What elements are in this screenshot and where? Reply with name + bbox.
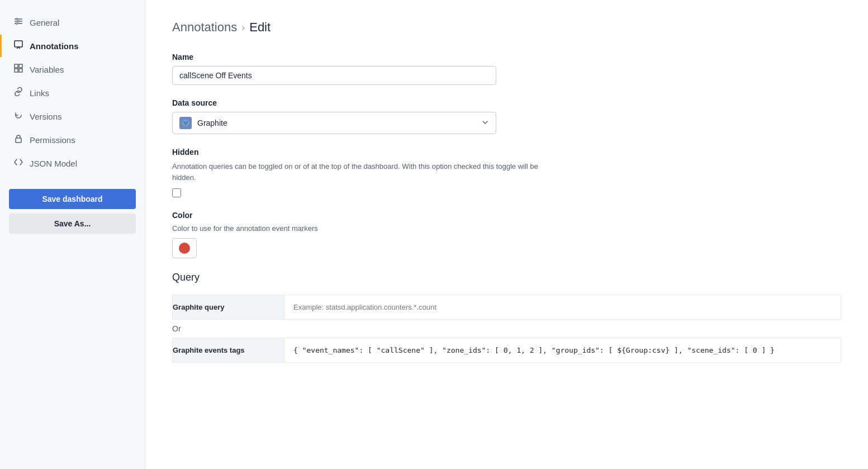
sidebar-item-json-model[interactable]: JSON Model: [0, 152, 145, 174]
sidebar-item-versions[interactable]: Versions: [0, 105, 145, 127]
graphite-query-label: Graphite query: [173, 295, 284, 320]
sidebar-item-label-variables: Variables: [30, 65, 64, 74]
datasource-label: Data source: [172, 98, 841, 107]
hidden-checkbox[interactable]: [172, 188, 181, 197]
sidebar-item-label-versions: Versions: [30, 112, 62, 121]
color-dot: [179, 243, 190, 254]
main-content: Annotations › Edit Name callScene Off Ev…: [145, 0, 868, 469]
graphite-events-tags-label: Graphite events tags: [173, 338, 284, 363]
breadcrumb-parent[interactable]: Annotations: [172, 20, 237, 35]
sidebar-item-general[interactable]: General: [0, 11, 145, 34]
query-table: Graphite query: [172, 295, 841, 320]
color-swatch-button[interactable]: [172, 238, 197, 258]
sidebar-item-label-annotations: Annotations: [30, 41, 79, 51]
graphite-events-tags-row: Graphite events tags { "event_names": [ …: [173, 338, 841, 363]
graphite-events-tags-value[interactable]: { "event_names": [ "callScene" ], "zone_…: [284, 338, 841, 362]
name-input[interactable]: callScene Off Events: [172, 66, 496, 85]
svg-rect-9: [15, 41, 22, 47]
sidebar: General Annotations Variables: [0, 0, 145, 469]
sidebar-item-permissions[interactable]: Permissions: [0, 129, 145, 151]
graphite-events-tags-value-cell: { "event_names": [ "callScene" ], "zone_…: [284, 338, 841, 363]
graphite-query-input[interactable]: [284, 295, 841, 319]
name-label: Name: [172, 53, 841, 61]
hidden-field-group: Hidden Annotation queries can be toggled…: [172, 148, 841, 197]
or-divider: Or: [172, 320, 841, 338]
sidebar-item-label-json-model: JSON Model: [30, 159, 77, 168]
hidden-checkbox-wrapper: [172, 188, 841, 197]
variables-icon: [13, 64, 24, 75]
sidebar-item-annotations[interactable]: Annotations: [0, 35, 145, 57]
svg-rect-10: [15, 64, 18, 68]
permissions-icon: [13, 134, 24, 145]
graphite-query-row: Graphite query: [173, 295, 841, 320]
svg-point-8: [16, 23, 18, 25]
datasource-chevron-icon: [481, 119, 489, 128]
query-title: Query: [172, 272, 841, 283]
hidden-description: Annotation queries can be toggled on or …: [172, 161, 563, 183]
breadcrumb: Annotations › Edit: [172, 20, 841, 35]
color-field-group: Color Color to use for the annotation ev…: [172, 211, 841, 258]
graphite-events-table: Graphite events tags { "event_names": [ …: [172, 338, 841, 363]
svg-rect-12: [15, 69, 18, 72]
sidebar-item-label-permissions: Permissions: [30, 135, 75, 145]
svg-point-7: [18, 21, 20, 22]
datasource-name: Graphite: [197, 119, 227, 127]
links-icon: [13, 87, 24, 98]
annotations-icon: [13, 40, 24, 51]
graphite-icon: [179, 117, 192, 129]
save-as-button[interactable]: Save As...: [9, 214, 136, 234]
datasource-select[interactable]: Graphite: [172, 112, 496, 134]
svg-point-17: [186, 121, 188, 123]
datasource-select-left: Graphite: [179, 117, 227, 129]
color-description: Color to use for the annotation event ma…: [172, 224, 841, 233]
sidebar-buttons: Save dashboard Save As...: [0, 189, 145, 234]
svg-point-6: [16, 18, 18, 20]
save-dashboard-button[interactable]: Save dashboard: [9, 189, 136, 209]
sidebar-item-label-links: Links: [30, 88, 49, 98]
json-model-icon: [13, 158, 24, 169]
versions-icon: [13, 111, 24, 122]
svg-point-18: [184, 124, 186, 125]
breadcrumb-separator: ›: [241, 22, 245, 34]
sidebar-item-variables[interactable]: Variables: [0, 58, 145, 80]
name-field-group: Name callScene Off Events: [172, 53, 841, 85]
breadcrumb-current: Edit: [249, 20, 271, 35]
svg-rect-14: [16, 138, 21, 143]
datasource-field-group: Data source Graphite: [172, 98, 841, 134]
svg-point-15: [182, 120, 189, 127]
sidebar-item-links[interactable]: Links: [0, 82, 145, 104]
color-label: Color: [172, 211, 841, 220]
svg-rect-11: [19, 64, 22, 68]
svg-point-16: [183, 121, 185, 123]
hidden-label: Hidden: [172, 148, 841, 157]
svg-rect-13: [19, 69, 22, 72]
general-icon: [13, 17, 24, 28]
query-section: Query Graphite query Or Graphite events …: [172, 272, 841, 363]
graphite-query-value-cell: [284, 295, 841, 320]
sidebar-item-label-general: General: [30, 18, 59, 27]
